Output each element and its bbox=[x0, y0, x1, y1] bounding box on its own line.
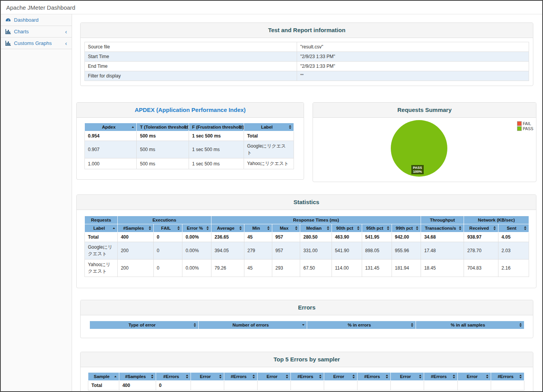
sort-icon bbox=[239, 125, 241, 129]
table-cell: 942.00 bbox=[392, 232, 421, 242]
column-header[interactable]: 95th pct bbox=[362, 224, 392, 232]
column-header[interactable]: Median bbox=[300, 224, 332, 232]
jmeter-dashboard-window: Apache JMeter Dashboard Dashboard Charts… bbox=[0, 0, 543, 392]
column-header-label: T (Toleration threshold) bbox=[140, 125, 189, 129]
legend-label: FAIL bbox=[523, 121, 531, 126]
column-header[interactable]: #Samples bbox=[119, 373, 156, 381]
column-header[interactable]: #Samples bbox=[117, 224, 153, 232]
column-header[interactable]: Number of errors bbox=[198, 321, 307, 329]
table-row: Googleにリクエスト20000.00%394.05279957331.005… bbox=[85, 242, 529, 260]
sort-icon bbox=[239, 226, 242, 230]
table-cell: 500 ms bbox=[137, 158, 189, 169]
sort-icon bbox=[519, 375, 522, 378]
column-group-header: Network (KB/sec) bbox=[464, 216, 529, 224]
column-header[interactable]: Error bbox=[457, 373, 491, 381]
sidebar-item-dashboard[interactable]: Dashboard bbox=[1, 14, 72, 26]
column-header-label: Sent bbox=[507, 226, 516, 230]
column-header-label: #Errors bbox=[498, 374, 514, 379]
sort-icon bbox=[352, 375, 355, 378]
sort-asc-icon bbox=[114, 376, 117, 377]
dashboard-icon bbox=[5, 17, 11, 22]
sort-icon bbox=[319, 375, 321, 378]
table-cell: 236.65 bbox=[211, 232, 244, 242]
table-cell: 181.94 bbox=[392, 260, 421, 277]
column-header[interactable]: FAIL bbox=[153, 224, 182, 232]
sort-icon bbox=[194, 323, 196, 327]
panel-body: Type of errorNumber of errors% in errors… bbox=[81, 315, 533, 338]
column-header-label: Requests bbox=[91, 218, 111, 222]
table-cell: 2.03 bbox=[498, 242, 529, 260]
column-header[interactable]: Label bbox=[85, 224, 118, 232]
column-header[interactable]: % in errors bbox=[307, 321, 416, 329]
column-header-label: #Errors bbox=[297, 374, 313, 379]
column-header[interactable]: 90th pct bbox=[332, 224, 362, 232]
column-group-header: Requests bbox=[85, 216, 118, 224]
panel-title: Top 5 Errors by sampler bbox=[273, 356, 340, 363]
column-header[interactable]: #Errors bbox=[424, 373, 457, 381]
column-header[interactable]: T (Toleration threshold) bbox=[137, 123, 189, 131]
sort-icon bbox=[177, 226, 180, 230]
legend-item-pass: PASS bbox=[517, 126, 533, 131]
column-header-label: Average bbox=[217, 226, 234, 230]
column-header-label: F (Frustration threshold) bbox=[192, 125, 244, 129]
table-cell: "result.csv" bbox=[297, 42, 529, 52]
sort-icon bbox=[219, 375, 222, 378]
table-cell: 0.00% bbox=[182, 260, 211, 277]
column-header[interactable]: Max bbox=[272, 224, 300, 232]
column-header[interactable]: % in all samples bbox=[416, 321, 524, 329]
column-header-label: Error % bbox=[187, 226, 203, 230]
column-header[interactable]: Min bbox=[244, 224, 272, 232]
column-header[interactable]: 99th pct bbox=[392, 224, 421, 232]
table-row: Yahooにリクエスト20000.00%79.264529367.50114.0… bbox=[85, 260, 529, 277]
column-header-label: Error bbox=[400, 374, 411, 379]
chart-legend: FAIL PASS bbox=[517, 121, 533, 131]
sort-desc-icon bbox=[302, 324, 304, 326]
sidebar-item-charts[interactable]: Charts ‹ bbox=[1, 26, 72, 38]
column-header[interactable]: Label bbox=[244, 123, 294, 131]
sidebar-item-label: Charts bbox=[14, 29, 29, 34]
panel-heading: Requests Summary bbox=[313, 103, 536, 118]
table-cell: Start Time bbox=[85, 52, 297, 62]
column-header[interactable]: #Errors bbox=[156, 373, 191, 381]
column-header[interactable]: Sent bbox=[498, 224, 529, 232]
sort-icon bbox=[184, 125, 186, 129]
column-header[interactable]: Error bbox=[257, 373, 290, 381]
column-header-label: % in all samples bbox=[451, 323, 485, 327]
table-cell bbox=[491, 381, 524, 390]
column-header[interactable]: Type of error bbox=[90, 321, 199, 329]
table-cell: 1 sec 500 ms bbox=[189, 158, 244, 169]
panel-title: Requests Summary bbox=[397, 107, 452, 113]
column-header[interactable]: Error bbox=[324, 373, 357, 381]
panel-errors: Errors Type of errorNumber of errors% in… bbox=[80, 300, 533, 338]
column-header[interactable]: Error % bbox=[182, 224, 211, 232]
column-header-label: Error bbox=[266, 374, 277, 379]
column-header[interactable]: Average bbox=[211, 224, 244, 232]
column-header[interactable]: Error bbox=[391, 373, 424, 381]
sidebar-item-customs-graphs[interactable]: Customs Graphs ‹ bbox=[1, 38, 72, 49]
sort-icon bbox=[357, 226, 359, 230]
table-row: Filter for display"" bbox=[85, 71, 529, 81]
table-cell: 898.05 bbox=[362, 242, 392, 260]
table-row: 0.954500 ms1 sec 500 msTotal bbox=[85, 131, 294, 141]
pie-slice-label: PASS 100% bbox=[411, 165, 424, 174]
layout: Dashboard Charts ‹ Customs Graphs ‹ bbox=[1, 14, 542, 391]
table-cell: 1 sec 500 ms bbox=[189, 141, 244, 158]
table-cell bbox=[357, 381, 391, 390]
column-header[interactable]: Apdex bbox=[85, 123, 137, 131]
panel-heading: Top 5 Errors by sampler bbox=[81, 352, 533, 367]
column-header[interactable]: #Errors bbox=[224, 373, 257, 381]
column-group-header: Executions bbox=[117, 216, 211, 224]
column-header[interactable]: Sample bbox=[88, 373, 119, 381]
table-cell: 293 bbox=[272, 260, 300, 277]
column-header[interactable]: Transactions/s bbox=[421, 224, 464, 232]
table-cell: 0 bbox=[153, 242, 182, 260]
column-header[interactable]: F (Frustration threshold) bbox=[189, 123, 244, 131]
table-cell bbox=[424, 381, 457, 390]
column-header[interactable]: #Errors bbox=[290, 373, 324, 381]
column-header[interactable]: #Errors bbox=[357, 373, 391, 381]
column-header[interactable]: Received bbox=[464, 224, 498, 232]
column-header[interactable]: Error bbox=[191, 373, 224, 381]
table-cell: 34.68 bbox=[421, 232, 464, 242]
sort-icon bbox=[295, 226, 297, 230]
column-header[interactable]: #Errors bbox=[491, 373, 524, 381]
